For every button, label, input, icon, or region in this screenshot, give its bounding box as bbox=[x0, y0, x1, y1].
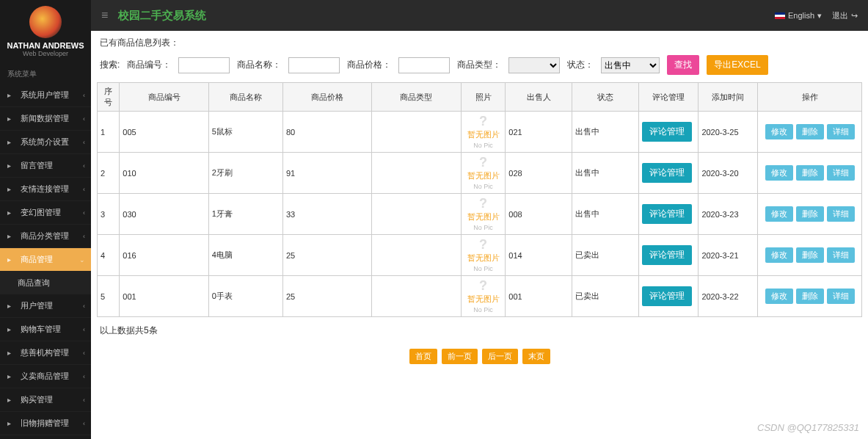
delete-button[interactable]: 删除 bbox=[796, 124, 824, 139]
pager-prev[interactable]: 前一页 bbox=[442, 349, 478, 364]
cell-status: 出售中 bbox=[572, 112, 639, 153]
sidebar-item[interactable]: ▸系统简介设置‹ bbox=[0, 131, 91, 154]
col-ops: 操作 bbox=[758, 83, 862, 112]
sidebar-item[interactable]: ▸购买管理‹ bbox=[0, 388, 91, 412]
col-seller: 出售人 bbox=[506, 83, 572, 112]
pager-next[interactable]: 后一页 bbox=[482, 349, 518, 364]
logout-button[interactable]: 退出 ↪ bbox=[832, 10, 858, 21]
detail-button[interactable]: 详细 bbox=[827, 124, 855, 139]
sidebar-menu: ▸系统用户管理‹▸新闻数据管理‹▸系统简介设置‹▸留言管理‹▸友情连接管理‹▸变… bbox=[0, 84, 91, 439]
search-bar: 搜索: 商品编号： 商品名称： 商品价格： 商品类型： 状态： 出售中 查找 导… bbox=[100, 55, 862, 75]
col-status: 状态 bbox=[572, 83, 639, 112]
cell-pid: 010 bbox=[120, 153, 208, 194]
watermark: CSDN @QQ177825331 bbox=[757, 422, 859, 433]
delete-button[interactable]: 删除 bbox=[796, 289, 824, 304]
table-row: 40164电脑25?暂无图片No Pic014已卖出评论管理2020-3-21修… bbox=[98, 235, 862, 276]
nopic-icon: ? bbox=[479, 156, 487, 169]
cell-addtime: 2020-3-21 bbox=[699, 235, 758, 276]
menu-item-icon: ▸ bbox=[7, 208, 16, 217]
search-name-input[interactable] bbox=[288, 57, 340, 73]
detail-button[interactable]: 详细 bbox=[827, 247, 855, 263]
chevron-left-icon: ‹ bbox=[83, 302, 85, 310]
cell-pname: 5鼠标 bbox=[208, 112, 282, 153]
flag-icon bbox=[775, 12, 785, 19]
col-ptype: 商品类型 bbox=[372, 83, 461, 112]
search-id-label: 商品编号： bbox=[127, 59, 171, 71]
language-selector[interactable]: English ▾ bbox=[775, 11, 822, 21]
avatar[interactable] bbox=[29, 6, 62, 38]
comment-manage-button[interactable]: 评论管理 bbox=[642, 204, 692, 224]
cell-ops: 修改删除详细 bbox=[758, 194, 862, 235]
menu-item-label: 购买管理 bbox=[21, 394, 53, 405]
menu-item-icon: ▸ bbox=[7, 162, 16, 170]
search-price-input[interactable] bbox=[398, 57, 450, 73]
sidebar-item[interactable]: ▸物品交换管理‹ bbox=[0, 435, 91, 439]
cell-comment: 评论管理 bbox=[639, 194, 699, 235]
menu-item-label: 变幻图管理 bbox=[21, 207, 61, 218]
sidebar-item[interactable]: ▸慈善机构管理‹ bbox=[0, 341, 91, 365]
search-status-label: 状态： bbox=[567, 59, 594, 71]
sidebar: NATHAN ANDREWS Web Developer 系统菜单 ▸系统用户管… bbox=[0, 0, 91, 439]
delete-button[interactable]: 删除 bbox=[796, 247, 824, 263]
edit-button[interactable]: 修改 bbox=[765, 124, 793, 139]
cell-ptype bbox=[372, 153, 461, 194]
detail-button[interactable]: 详细 bbox=[827, 289, 855, 304]
cell-idx: 4 bbox=[98, 235, 120, 276]
edit-button[interactable]: 修改 bbox=[765, 247, 793, 263]
sidebar-item[interactable]: ▸旧物捐赠管理‹ bbox=[0, 412, 91, 435]
sidebar-subitem[interactable]: 商品查询 bbox=[0, 272, 91, 294]
cell-seller: 008 bbox=[506, 194, 572, 235]
search-button[interactable]: 查找 bbox=[667, 55, 699, 75]
table-row: 20102牙刷91?暂无图片No Pic028出售中评论管理2020-3-20修… bbox=[98, 153, 862, 194]
comment-manage-button[interactable]: 评论管理 bbox=[642, 286, 692, 306]
menu-header: 系统菜单 bbox=[0, 65, 91, 84]
delete-button[interactable]: 删除 bbox=[796, 206, 824, 222]
sidebar-item[interactable]: ▸系统用户管理‹ bbox=[0, 84, 91, 107]
comment-manage-button[interactable]: 评论管理 bbox=[642, 245, 692, 265]
sidebar-item[interactable]: ▸新闻数据管理‹ bbox=[0, 107, 91, 131]
edit-button[interactable]: 修改 bbox=[765, 289, 793, 304]
edit-button[interactable]: 修改 bbox=[765, 206, 793, 222]
cell-comment: 评论管理 bbox=[639, 276, 699, 317]
pager-first[interactable]: 首页 bbox=[409, 349, 437, 364]
menu-item-icon: ▸ bbox=[7, 325, 16, 333]
edit-button[interactable]: 修改 bbox=[765, 165, 793, 181]
cell-ops: 修改删除详细 bbox=[758, 153, 862, 194]
comment-manage-button[interactable]: 评论管理 bbox=[642, 163, 692, 183]
chevron-left-icon: ‹ bbox=[83, 349, 85, 357]
menu-item-label: 旧物捐赠管理 bbox=[21, 418, 69, 429]
sidebar-item[interactable]: ▸用户管理‹ bbox=[0, 294, 91, 318]
sidebar-item[interactable]: ▸义卖商品管理‹ bbox=[0, 365, 91, 388]
export-excel-button[interactable]: 导出EXCEL bbox=[707, 55, 767, 75]
menu-item-icon: ▸ bbox=[7, 115, 16, 123]
sidebar-item[interactable]: ▸购物车管理‹ bbox=[0, 318, 91, 341]
menu-item-label: 慈善机构管理 bbox=[21, 347, 69, 358]
nopic-icon: ? bbox=[479, 115, 487, 128]
search-id-input[interactable] bbox=[178, 57, 230, 73]
cell-pid: 001 bbox=[120, 276, 208, 317]
chevron-left-icon: ‹ bbox=[83, 326, 85, 333]
comment-manage-button[interactable]: 评论管理 bbox=[642, 122, 692, 142]
cell-pid: 030 bbox=[120, 194, 208, 235]
cell-price: 25 bbox=[282, 276, 371, 317]
search-type-select[interactable] bbox=[508, 57, 560, 73]
cell-photo: ?暂无图片No Pic bbox=[461, 235, 506, 276]
delete-button[interactable]: 删除 bbox=[796, 165, 824, 181]
logout-label: 退出 bbox=[832, 10, 848, 21]
cell-price: 25 bbox=[282, 235, 371, 276]
sidebar-item[interactable]: ▸留言管理‹ bbox=[0, 154, 91, 178]
search-type-label: 商品类型： bbox=[457, 59, 501, 71]
sidebar-item[interactable]: ▸商品分类管理‹ bbox=[0, 225, 91, 248]
sidebar-item[interactable]: ▸变幻图管理‹ bbox=[0, 201, 91, 225]
sidebar-item[interactable]: ▸友情连接管理‹ bbox=[0, 178, 91, 201]
detail-button[interactable]: 详细 bbox=[827, 206, 855, 222]
search-status-select[interactable]: 出售中 bbox=[601, 57, 660, 73]
sidebar-item[interactable]: ▸商品管理⌄ bbox=[0, 248, 91, 272]
hamburger-icon[interactable]: ≡ bbox=[101, 9, 108, 22]
nopic-text-ch: 暂无图片 bbox=[467, 294, 500, 305]
table-row: 10055鼠标80?暂无图片No Pic021出售中评论管理2020-3-25修… bbox=[98, 112, 862, 153]
chevron-left-icon: ‹ bbox=[83, 139, 85, 146]
pager-last[interactable]: 末页 bbox=[522, 349, 550, 364]
search-name-label: 商品名称： bbox=[237, 59, 281, 71]
detail-button[interactable]: 详细 bbox=[827, 165, 855, 181]
